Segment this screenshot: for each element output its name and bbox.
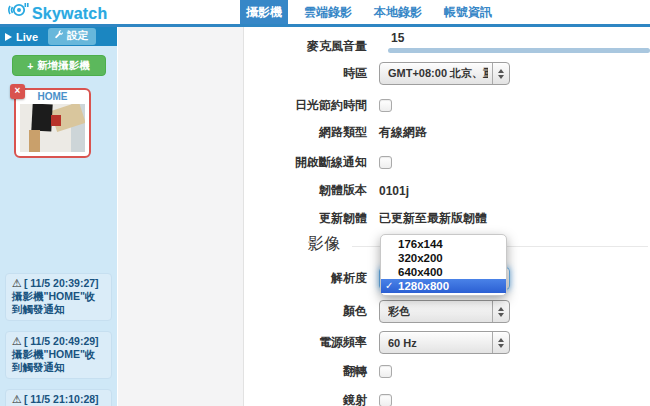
field-disconnect-notice: 開啟斷線通知: [245, 154, 650, 171]
flip-label: 翻轉: [245, 363, 379, 380]
play-icon: [5, 33, 12, 41]
skywatch-logo[interactable]: Skywatch: [6, 1, 107, 27]
firmware-update-value: 已更新至最新版韌體: [379, 210, 487, 227]
power-frequency-select[interactable]: 60 Hz: [379, 331, 510, 354]
flip-checkbox[interactable]: [379, 365, 392, 378]
field-timezone: 時區 GMT+08:00 北京、重慶、香港: [245, 62, 650, 85]
disconnect-notice-label: 開啟斷線通知: [245, 154, 379, 171]
firmware-version-value: 0101j: [379, 184, 409, 198]
add-camera-button[interactable]: + 新增攝影機: [12, 55, 106, 76]
settings-button[interactable]: 設定: [48, 28, 96, 45]
skywatch-eye-icon: [6, 1, 30, 27]
color-label: 顏色: [245, 303, 379, 320]
image-section-title: 影像: [245, 234, 340, 255]
add-camera-label: 新增攝影機: [37, 59, 90, 73]
network-type-value: 有線網路: [379, 124, 427, 141]
checkmark-icon: ✓: [385, 279, 393, 293]
notification-item: ⚠[ 11/5 21:10:28] 攝影機"HOME"收到觸發通知: [5, 389, 112, 406]
camera-card[interactable]: × HOME: [14, 88, 91, 158]
logo-text: Skywatch: [32, 5, 107, 23]
mirror-checkbox[interactable]: [379, 394, 392, 406]
field-power-frequency: 電源頻率 60 Hz: [245, 331, 650, 354]
notification-message: 攝影機"HOME"收到觸發通知: [12, 348, 105, 374]
daylight-saving-checkbox[interactable]: [379, 99, 392, 112]
settings-form: 麥克風音量 15 時區 GMT+08:00 北京、重慶、香港 日光節約時間 網路…: [245, 27, 650, 406]
menu-option-320x200[interactable]: 320x200: [381, 251, 506, 265]
timezone-value: GMT+08:00 北京、重慶、香港: [388, 66, 488, 81]
camera-name: HOME: [16, 91, 89, 102]
timezone-select[interactable]: GMT+08:00 北京、重慶、香港: [379, 62, 510, 85]
updown-arrows-icon: [492, 301, 509, 322]
color-select[interactable]: 彩色: [379, 300, 510, 323]
menu-option-176x144[interactable]: 176x144: [381, 237, 506, 251]
power-frequency-label: 電源頻率: [245, 334, 379, 351]
resolution-dropdown-menu: 176x144 320x200 640x400 ✓ 1280x800: [380, 234, 507, 296]
notification-time: [ 11/5 20:49:29]: [24, 335, 99, 348]
thumb-red-object: [51, 115, 61, 126]
power-frequency-value: 60 Hz: [388, 337, 417, 349]
tab-camera[interactable]: 攝影機: [240, 0, 288, 24]
mirror-label: 鏡射: [245, 392, 379, 406]
live-button[interactable]: Live: [16, 31, 38, 43]
resolution-label: 解析度: [245, 270, 379, 287]
thumb-camera-silhouette: [31, 104, 52, 132]
timezone-label: 時區: [245, 65, 379, 82]
alert-triangle-icon: ⚠: [12, 277, 22, 290]
updown-arrows-icon: [492, 332, 509, 353]
notification-message: 攝影機"HOME"收到觸發通知: [12, 290, 105, 316]
sidebar: Live 設定 + 新增攝影機 × HOME: [0, 27, 117, 406]
field-flip: 翻轉: [245, 363, 650, 380]
settings-side-panel: [117, 27, 244, 406]
notification-list: ⚠[ 11/5 20:39:27] 攝影機"HOME"收到觸發通知 ⚠[ 11/…: [5, 273, 112, 406]
tab-account-info[interactable]: 帳號資訊: [438, 0, 498, 24]
field-daylight-saving: 日光節約時間: [245, 97, 650, 114]
plus-icon: +: [27, 60, 33, 72]
color-value: 彩色: [388, 304, 410, 319]
settings-button-label: 設定: [67, 29, 88, 43]
wrench-icon: [54, 30, 64, 42]
mic-volume-label: 麥克風音量: [245, 38, 379, 55]
mic-volume-slider[interactable]: [388, 48, 650, 53]
menu-option-label: 1280x800: [398, 280, 449, 292]
field-firmware-update: 更新韌體 已更新至最新版韌體: [245, 210, 650, 227]
alert-triangle-icon: ⚠: [12, 393, 22, 406]
app-window: Skywatch 攝影機 雲端錄影 本地錄影 帳號資訊 Live 設定 +: [0, 0, 650, 406]
notification-time: [ 11/5 20:39:27]: [24, 277, 99, 290]
alert-triangle-icon: ⚠: [12, 335, 22, 348]
tab-cloud-recording[interactable]: 雲端錄影: [298, 0, 358, 24]
updown-arrows-icon: [492, 63, 509, 84]
field-mirror: 鏡射: [245, 392, 650, 406]
field-color: 顏色 彩色: [245, 300, 650, 323]
network-type-label: 網路類型: [245, 124, 379, 141]
disconnect-notice-checkbox[interactable]: [379, 156, 392, 169]
header: Skywatch 攝影機 雲端錄影 本地錄影 帳號資訊: [0, 0, 650, 27]
field-network-type: 網路類型 有線網路: [245, 124, 650, 141]
main-nav: 攝影機 雲端錄影 本地錄影 帳號資訊: [240, 0, 498, 24]
field-firmware-version: 韌體版本 0101j: [245, 182, 650, 199]
menu-option-640x400[interactable]: 640x400: [381, 265, 506, 279]
tab-local-recording[interactable]: 本地錄影: [368, 0, 428, 24]
thumb-wood-strip: [29, 130, 40, 152]
field-mic-volume: 麥克風音量 15: [245, 27, 650, 57]
camera-thumbnail[interactable]: [20, 104, 85, 152]
notification-time: [ 11/5 21:10:28]: [24, 393, 99, 406]
daylight-saving-label: 日光節約時間: [245, 97, 379, 114]
sidebar-topbar: Live 設定: [0, 27, 117, 46]
close-icon[interactable]: ×: [10, 84, 25, 99]
firmware-version-label: 韌體版本: [245, 182, 379, 199]
notification-item: ⚠[ 11/5 20:39:27] 攝影機"HOME"收到觸發通知: [5, 273, 112, 321]
notification-item: ⚠[ 11/5 20:49:29] 攝影機"HOME"收到觸發通知: [5, 331, 112, 379]
menu-option-1280x800[interactable]: ✓ 1280x800: [381, 279, 506, 293]
firmware-update-label: 更新韌體: [245, 210, 379, 227]
mic-volume-value: 15: [391, 31, 404, 45]
